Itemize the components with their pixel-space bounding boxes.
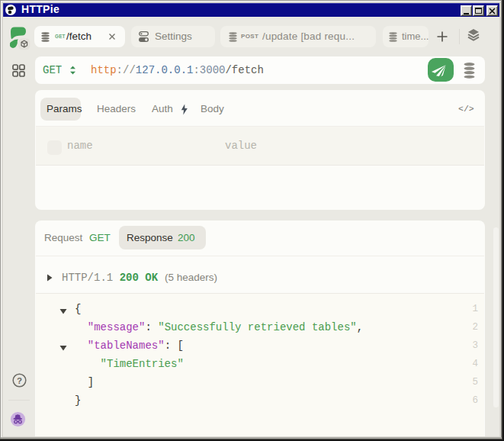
svg-text:?: ?: [17, 376, 22, 385]
